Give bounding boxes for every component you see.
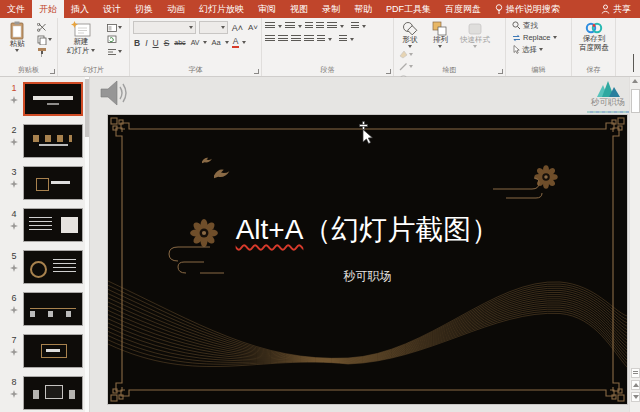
shadow-strike-button[interactable]: S — [163, 38, 171, 48]
tab-design[interactable]: 设计 — [96, 0, 128, 18]
thumbnail-slide-5[interactable]: 5 — [0, 250, 89, 292]
tab-view[interactable]: 视图 — [283, 0, 315, 18]
strikethrough-button[interactable]: abc — [173, 39, 186, 46]
align-left-button[interactable] — [265, 35, 275, 43]
reset-slide-button[interactable] — [107, 35, 122, 44]
slide-thumbnail-panel: 1 2 3 4 5 6 7 — [0, 77, 90, 412]
previous-slide-button[interactable] — [631, 380, 640, 390]
tab-slideshow[interactable]: 幻灯片放映 — [192, 0, 251, 18]
scrollbar-thumb[interactable] — [631, 89, 640, 113]
slide-number: 6 — [11, 293, 16, 303]
layout-button[interactable] — [107, 23, 122, 32]
thumbnail-slide-7[interactable]: 7 — [0, 334, 89, 376]
vertical-scrollbar[interactable] — [629, 77, 640, 412]
copy-button[interactable] — [37, 35, 52, 44]
line-spacing-button[interactable] — [327, 22, 337, 30]
thumbnail-image[interactable] — [23, 208, 83, 242]
bold-button[interactable]: B — [133, 38, 141, 48]
chevron-up-icon — [633, 54, 634, 72]
quick-styles-button[interactable]: 快速样式 — [458, 21, 492, 48]
numbering-button[interactable] — [285, 22, 295, 30]
tab-review[interactable]: 审阅 — [251, 0, 283, 18]
thumbnail-slide-2[interactable]: 2 — [0, 124, 89, 166]
shapes-label: 形状 — [403, 36, 418, 45]
tab-record[interactable]: 录制 — [315, 0, 347, 18]
arrange-button[interactable]: 排列 — [427, 21, 453, 48]
find-button[interactable]: 查找 — [512, 21, 569, 30]
shapes-button[interactable]: 形状 — [397, 21, 423, 48]
thumbnail-image[interactable] — [23, 124, 83, 158]
next-slide-button[interactable] — [631, 392, 640, 402]
scroll-up-button[interactable] — [632, 79, 639, 86]
slide-canvas[interactable]: Alt+A（幻灯片截图） 秒可职场 — [108, 115, 627, 404]
thumbnail-slide-8[interactable]: 8 — [0, 376, 89, 412]
replace-button[interactable]: Replace — [512, 33, 569, 42]
tab-file[interactable]: 文件 — [0, 0, 32, 18]
format-painter-button[interactable] — [37, 47, 52, 56]
thumbnail-image[interactable] — [23, 166, 83, 200]
person-icon — [601, 4, 610, 14]
shape-fill-icon — [399, 50, 408, 59]
audio-object[interactable] — [96, 77, 130, 111]
font-size-select[interactable] — [199, 21, 228, 34]
group-paragraph: 段落 — [262, 18, 394, 76]
font-color-button[interactable]: A — [232, 37, 240, 48]
select-caret-icon — [539, 48, 543, 51]
underline-button[interactable]: U — [152, 38, 160, 48]
save-to-baidu-button[interactable]: 保存到 百度网盘 — [575, 21, 613, 52]
thumbnail-image[interactable] — [23, 250, 83, 284]
decrease-font-button[interactable]: A˅ — [247, 23, 259, 32]
select-button[interactable]: 选择 — [512, 45, 569, 54]
thumbnail-image[interactable] — [23, 376, 83, 410]
quick-styles-icon — [467, 21, 483, 36]
change-case-button[interactable]: Aa — [210, 38, 221, 47]
slide-title-textbox[interactable]: Alt+A（幻灯片截图） — [108, 211, 627, 249]
thumbnail-slide-1[interactable]: 1 — [0, 82, 89, 124]
paste-button[interactable]: 粘贴 — [3, 21, 31, 52]
thumbnail-slide-4[interactable]: 4 — [0, 208, 89, 250]
clipboard-dialog-launcher[interactable] — [50, 69, 55, 74]
share-button[interactable]: 共享 — [592, 0, 640, 18]
bullets-button[interactable] — [265, 22, 275, 30]
align-right-button[interactable] — [291, 35, 301, 43]
drawing-dialog-launcher[interactable] — [498, 69, 503, 74]
tab-home[interactable]: 开始 — [32, 0, 64, 18]
character-spacing-button[interactable]: AV — [190, 39, 201, 46]
italic-button[interactable]: I — [144, 38, 148, 48]
tab-baidu-netdisk[interactable]: 百度网盘 — [438, 0, 488, 18]
collapse-ribbon-button[interactable] — [633, 55, 634, 73]
tell-me-search[interactable]: 操作说明搜索 — [488, 0, 567, 18]
tab-animations[interactable]: 动画 — [160, 0, 192, 18]
font-name-select[interactable] — [133, 21, 196, 34]
text-direction-button[interactable] — [351, 22, 359, 30]
save-group-label: 保存 — [572, 65, 615, 75]
increase-font-button[interactable]: A˄ — [231, 23, 244, 33]
tab-pdf-tools[interactable]: PDF工具集 — [379, 0, 438, 18]
mini-lines-icon — [633, 371, 638, 375]
align-center-button[interactable] — [278, 35, 288, 43]
scrollbar-extra-button[interactable] — [631, 368, 640, 378]
tab-insert[interactable]: 插入 — [64, 0, 96, 18]
thumbnail-slide-6[interactable]: 6 — [0, 292, 89, 334]
thumbnail-scrollbar[interactable] — [85, 77, 89, 412]
thumbnail-image[interactable] — [23, 334, 83, 368]
thumbnail-slide-3[interactable]: 3 — [0, 166, 89, 208]
tab-transitions[interactable]: 切换 — [128, 0, 160, 18]
shapes-icon — [402, 21, 418, 36]
section-button[interactable] — [107, 47, 122, 56]
justify-button[interactable] — [304, 35, 314, 43]
thumbnail-image[interactable] — [23, 292, 83, 326]
decrease-indent-button[interactable] — [305, 22, 313, 30]
increase-indent-button[interactable] — [316, 22, 324, 30]
font-dialog-launcher[interactable] — [254, 69, 259, 74]
slide-subtitle-textbox[interactable]: 秒可职场 — [108, 268, 627, 285]
thumbnail-image[interactable] — [23, 82, 83, 116]
paragraph-dialog-launcher[interactable] — [386, 69, 391, 74]
new-slide-button[interactable]: 新建 幻灯片 — [61, 21, 101, 55]
convert-smartart-button[interactable] — [339, 35, 347, 43]
columns-button[interactable] — [317, 35, 325, 43]
thumbnail-scrollbar-thumb[interactable] — [85, 79, 89, 137]
shape-fill-button[interactable] — [399, 50, 413, 59]
tab-help[interactable]: 帮助 — [347, 0, 379, 18]
cut-button[interactable] — [37, 23, 52, 32]
